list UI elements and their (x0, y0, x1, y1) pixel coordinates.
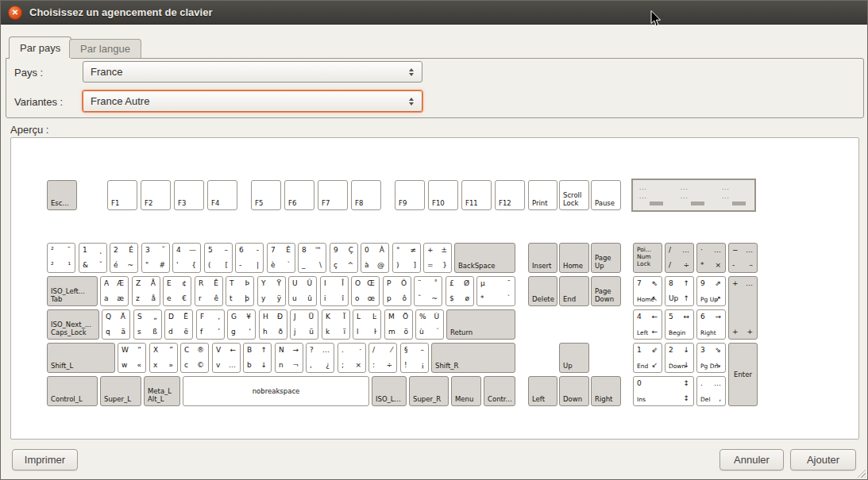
cancel-button-label: Annuler (734, 454, 770, 466)
key-kp-enter: Enter (728, 343, 758, 406)
key-l: LĿlŀ (353, 309, 381, 340)
key-left: Left (528, 376, 557, 406)
key-a: AÆaæ (100, 276, 129, 306)
key-dollar: £Ø$ø (446, 276, 474, 306)
key-delete: Delete (528, 276, 557, 306)
titlebar: ✕ Choisissez un agencement de clavier (1, 1, 867, 25)
key-exclam: §–!¡ (400, 343, 429, 373)
key-f8: F8 (351, 180, 381, 210)
key-kp-9: 9⇗Pg Up↗ (696, 276, 726, 306)
key-f11: F11 (461, 180, 492, 210)
key-c: C®c© (180, 343, 209, 373)
key-quotedbl: 3˘"# (141, 243, 170, 273)
key-kp-2: 2↓Down↓ (665, 343, 694, 373)
add-button[interactable]: Ajouter (790, 449, 856, 470)
close-icon: ✕ (12, 9, 18, 17)
key-control-l: Control_L (47, 376, 98, 406)
key-return: Return (446, 309, 515, 340)
led-indicator: ...... (722, 184, 757, 205)
key-space: nobreakspace (183, 376, 369, 406)
key-kp-add: +…++ (728, 276, 758, 340)
key-backspace: BackSpace (454, 243, 515, 273)
key-kp-subtract: −…-– (728, 243, 758, 273)
led-light (691, 202, 704, 205)
led-light (732, 202, 746, 205)
led-indicator: ...... (681, 184, 716, 205)
key-num-lock: Poi...NumLock (633, 243, 662, 273)
key-control-r: Contr... (484, 376, 515, 406)
resize-grip[interactable] (855, 467, 866, 478)
key-ccedilla: 9Çç^ (330, 243, 358, 273)
key-v: V←v… (212, 343, 241, 373)
key-shift-r: Shift_R (431, 343, 515, 373)
tab-par-langue[interactable]: Par langue (69, 39, 141, 58)
key-u: UÛuû (288, 276, 317, 306)
key-g: G¥g‘ (227, 309, 256, 340)
key-o: OŒoœ (351, 276, 380, 306)
key-egrave: 7Èè` (267, 243, 295, 273)
close-button[interactable]: ✕ (8, 6, 22, 20)
key-print: Print (528, 180, 557, 210)
key-p: PÔpô (383, 276, 411, 306)
key-semicolon: .·;× (338, 343, 366, 373)
key-kp-6: 6→Right (696, 309, 726, 340)
key-f3: F3 (174, 180, 204, 210)
key-iso-level3: ISO_L... (372, 376, 407, 406)
variant-value: France Autre (91, 95, 149, 107)
key-tab: ISO_Left...Tab (47, 276, 98, 306)
key-y: YŸyÿ (257, 276, 286, 306)
key-shift-l: Shift_L (47, 343, 115, 373)
cancel-button[interactable]: Annuler (719, 449, 784, 470)
key-kp-4: 4←Left← (633, 309, 662, 340)
add-button-label: Ajouter (807, 454, 839, 466)
key-down: Down (559, 376, 589, 406)
key-scroll-lock: ScrollLock (559, 180, 589, 210)
key-f4: F4 (207, 180, 237, 210)
key-x: X”x» (149, 343, 178, 373)
key-q: QÄqä (102, 309, 130, 340)
country-label: Pays : (14, 67, 43, 79)
key-comma: ?…,¿ (306, 343, 334, 373)
key-dead-circumflex: ¨˚ˆ~ (414, 276, 442, 306)
key-s: S„sß (133, 309, 162, 340)
key-f12: F12 (495, 180, 525, 210)
print-button-label: Imprimer (25, 454, 65, 466)
key-d: DËdë (164, 309, 193, 340)
key-ugrave: %Ùù´ (415, 309, 444, 340)
key-parenleft: 5–([ (204, 243, 233, 273)
key-z: ZÅzå (132, 276, 160, 306)
keyboard-layout-chooser-window: ✕ Choisissez un agencement de clavier Pa… (0, 0, 868, 480)
key-f1: F1 (107, 180, 137, 210)
led-light (650, 202, 663, 205)
key-esc: Esc... (47, 180, 77, 210)
key-page-down: PageDown (591, 276, 621, 306)
key-j: JÜjü (290, 309, 318, 340)
key-r: RÊrê (195, 276, 223, 306)
key-f9: F9 (395, 180, 425, 210)
country-combobox[interactable]: France (83, 61, 422, 83)
print-button[interactable]: Imprimer (12, 449, 78, 470)
key-agrave: 0Àà@ (361, 243, 389, 273)
key-minus: 6‑-| (235, 243, 264, 273)
key-kp-multiply: ·…*× (696, 243, 726, 273)
key-super-r: Super_R (409, 376, 449, 406)
key-n: N→n¬ (275, 343, 303, 373)
variant-combobox[interactable]: France Autre (83, 90, 422, 112)
key-kp-8: 8↑Up↑ (665, 276, 694, 306)
tab-par-pays-label: Par pays (20, 42, 60, 54)
key-up: Up (559, 343, 589, 373)
dropdown-arrows-icon (409, 98, 414, 106)
dropdown-arrows-icon (409, 68, 414, 76)
keyboard-preview: Esc...F1F2F3F4F5F6F7F8F9F10F11F12PrintSc… (10, 137, 859, 440)
key-parenright: °≠)] (392, 243, 421, 273)
key-m: MÖmö (384, 309, 413, 340)
key-f6: F6 (284, 180, 314, 210)
key-right: Right (591, 376, 621, 406)
key-t: TÞtþ (226, 276, 254, 306)
key-end: End (559, 276, 589, 306)
key-kp-divide: /…/÷ (665, 243, 694, 273)
key-kp-0: 0↕Ins↕ (633, 376, 694, 406)
tab-par-pays[interactable]: Par pays (9, 36, 71, 59)
key-eacute: 2Éé~ (110, 243, 138, 273)
key-f7: F7 (318, 180, 348, 210)
